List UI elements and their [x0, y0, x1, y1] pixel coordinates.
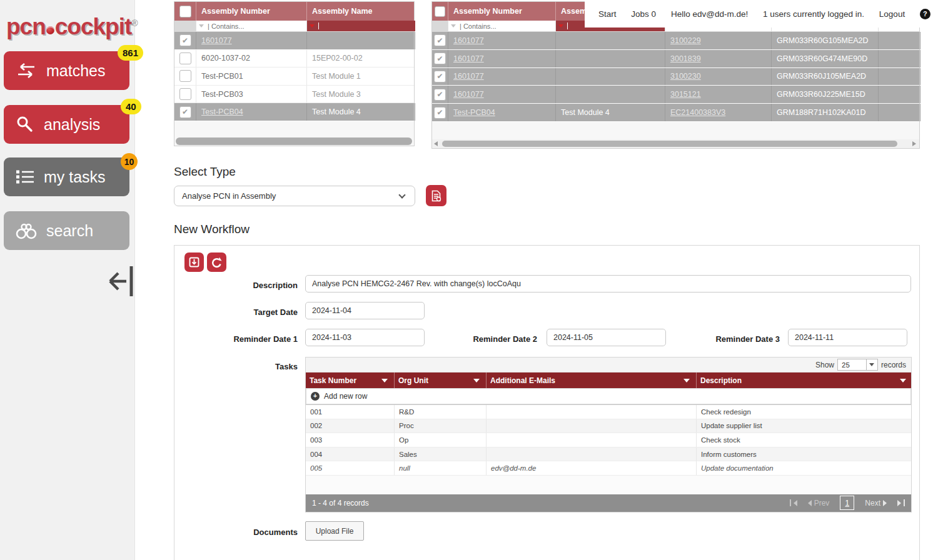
assembly-number-link[interactable]: Test-PCB04	[453, 108, 495, 117]
sidebar-item-search[interactable]: search	[4, 211, 129, 250]
page-size-select[interactable]: 25	[837, 359, 878, 371]
table-row[interactable]: Test-PCB03 Test Module 3	[174, 86, 414, 104]
task-number-cell: 001	[306, 405, 395, 419]
task-number-cell: 003	[306, 433, 395, 447]
part-number-cell: GRM033R60J225ME15D	[772, 86, 879, 103]
row-checkbox[interactable]	[179, 88, 191, 100]
filter-icon[interactable]	[683, 379, 690, 382]
assembly-number-filter-input[interactable]	[458, 22, 555, 31]
target-date-input[interactable]	[305, 302, 425, 319]
nav-logout[interactable]: Logout	[879, 9, 905, 19]
assembly-number-filter[interactable]	[448, 21, 556, 31]
task-row[interactable]: 003 Op Check stock	[306, 433, 911, 448]
table-row[interactable]: 1601077 3100230 GRM033R60J105MEA2D	[432, 68, 919, 86]
show-label: Show	[815, 361, 834, 369]
row-checkbox[interactable]	[434, 34, 446, 46]
column-header-org-unit[interactable]: Org Unit	[395, 372, 487, 388]
upload-file-button[interactable]: Upload File	[305, 521, 364, 541]
reminder-date-1-input[interactable]	[305, 329, 425, 346]
assembly-number-filter[interactable]	[196, 21, 307, 31]
column-header-additional-emails[interactable]: Additional E-Mails	[487, 372, 697, 388]
column-header-description[interactable]: Description	[697, 372, 912, 388]
table-row[interactable]: Test-PCB04 Test Module 4 EC21400383V3 GR…	[432, 104, 919, 122]
item-number-link[interactable]: 3001839	[670, 54, 701, 63]
assembly-number-link[interactable]: 1601077	[453, 72, 484, 81]
task-row[interactable]: 002 Proc Update supplier list	[306, 419, 911, 434]
row-checkbox[interactable]	[434, 89, 446, 101]
collapse-sidebar-button[interactable]	[106, 264, 136, 301]
table-footer	[174, 121, 414, 146]
add-new-row-button[interactable]: Add new row	[306, 388, 911, 405]
reminder-date-3-input[interactable]	[788, 329, 907, 346]
description-input[interactable]	[305, 275, 911, 292]
page-number-button[interactable]: 1	[840, 496, 854, 510]
column-header-assembly-number[interactable]: Assembly Number	[448, 2, 556, 21]
table-row[interactable]: 1601077	[174, 32, 414, 50]
row-checkbox[interactable]	[179, 52, 191, 64]
nav-start[interactable]: Start	[598, 9, 617, 19]
nav-logged-in-count: 1 users currently logged in.	[763, 9, 864, 19]
help-icon[interactable]: ?	[920, 9, 930, 19]
assembly-name-filter[interactable]	[307, 21, 415, 31]
item-number-link[interactable]: EC21400383V3	[670, 108, 725, 117]
item-number-link[interactable]: 3100230	[670, 72, 701, 81]
filter-icon[interactable]	[900, 379, 906, 382]
prev-page-button[interactable]: Prev	[808, 499, 830, 508]
description-cell: Update documentation	[697, 461, 912, 475]
save-workflow-button[interactable]	[184, 252, 204, 272]
table-row[interactable]: 1601077 3001839 GRM033R60G474ME90D	[432, 50, 919, 68]
filter-icon[interactable]	[381, 379, 388, 382]
row-checkbox[interactable]	[179, 70, 191, 82]
table-row[interactable]: 1601077 3100229 GRM033R60G105MEA2D	[432, 32, 919, 50]
next-page-button[interactable]: Next	[865, 499, 887, 508]
assembly-number-link[interactable]: Test-PCB04	[201, 108, 243, 116]
scroll-left-icon[interactable]	[434, 141, 438, 146]
row-checkbox[interactable]	[434, 107, 446, 119]
table-row[interactable]: 6020-1037-02 15EP02-00-02	[174, 50, 414, 68]
last-page-button[interactable]	[897, 499, 905, 506]
horizontal-scrollbar[interactable]	[176, 138, 412, 145]
filter-icon[interactable]	[558, 24, 563, 28]
item-number-link[interactable]: 3100229	[670, 36, 701, 45]
column-header-task-number[interactable]: Task Number	[306, 372, 395, 388]
select-all-checkbox[interactable]	[435, 6, 445, 17]
column-header-assembly-name[interactable]: Assembly Name	[307, 2, 415, 21]
filter-icon[interactable]	[310, 24, 315, 28]
create-workflow-button[interactable]	[426, 185, 446, 206]
assembly-number-link[interactable]: 1601077	[201, 36, 232, 45]
task-row[interactable]: 004 Sales Inform customers	[306, 448, 911, 462]
sidebar-item-analysis[interactable]: analysis	[4, 105, 129, 144]
table-row[interactable]: 1601077 3015121 GRM033R60J225ME15D	[432, 86, 919, 104]
row-checkbox[interactable]	[434, 71, 446, 82]
assembly-number-link[interactable]: 1601077	[453, 36, 484, 45]
sidebar-item-my-tasks[interactable]: my tasks	[4, 158, 129, 196]
assembly-number-link[interactable]: 1601077	[453, 54, 484, 63]
undo-button[interactable]	[207, 252, 226, 272]
row-checkbox[interactable]	[179, 106, 191, 118]
select-all-checkbox[interactable]	[179, 6, 191, 18]
scroll-right-icon[interactable]	[912, 141, 916, 146]
prev-icon	[808, 500, 812, 506]
item-number-link[interactable]: 3015121	[670, 90, 701, 99]
assembly-number-link[interactable]: 1601077	[453, 90, 484, 99]
assembly-number-filter-input[interactable]	[206, 22, 306, 31]
reminder-date-2-input[interactable]	[547, 329, 666, 346]
horizontal-scrollbar[interactable]	[442, 141, 897, 147]
column-header-assembly-number[interactable]: Assembly Number	[196, 2, 307, 21]
table-row[interactable]: Test-PCB01 Test Module 1	[174, 68, 414, 86]
row-checkbox[interactable]	[434, 52, 446, 64]
save-icon	[189, 257, 199, 268]
task-row-unsaved[interactable]: 005 null edv@dd-m.de Update documentatio…	[306, 461, 911, 476]
sidebar-item-matches[interactable]: matches	[4, 51, 129, 90]
table-row[interactable]: Test-PCB04 Test Module 4	[174, 103, 414, 121]
next-icon	[883, 500, 887, 506]
first-page-button[interactable]	[790, 499, 797, 506]
workflow-type-dropdown[interactable]: Analyse PCN in Assembly	[174, 186, 415, 206]
filter-icon[interactable]	[199, 24, 204, 28]
filter-icon[interactable]	[451, 24, 456, 28]
page-size-dropdown-button[interactable]	[866, 359, 878, 371]
row-checkbox[interactable]	[179, 34, 191, 46]
nav-jobs[interactable]: Jobs 0	[631, 9, 656, 19]
task-row[interactable]: 001 R&D Check redesign	[306, 405, 911, 419]
filter-icon[interactable]	[473, 379, 480, 382]
